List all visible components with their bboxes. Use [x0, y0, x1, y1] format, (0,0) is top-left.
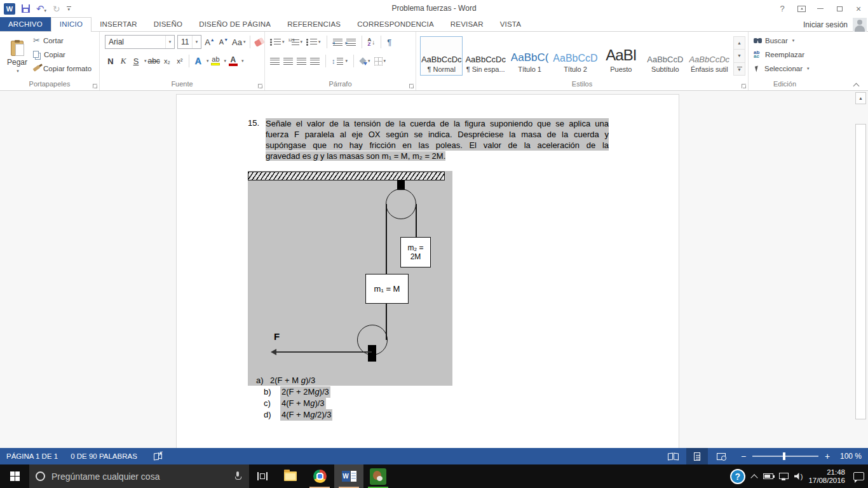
font-color-button[interactable]: A	[227, 54, 239, 68]
align-left-button[interactable]	[270, 58, 280, 65]
replace-button[interactable]: abacReemplazar	[754, 50, 810, 60]
chrome-button[interactable]	[305, 464, 334, 488]
line-spacing-button[interactable]: ↕▾	[332, 57, 348, 65]
justify-button[interactable]	[310, 58, 320, 65]
avatar[interactable]	[853, 18, 867, 32]
tab-revisar[interactable]: REVISAR	[442, 17, 492, 31]
dialog-launcher-icon[interactable]	[409, 84, 414, 88]
microphone-icon[interactable]	[235, 471, 240, 481]
task-view-button[interactable]	[249, 464, 276, 488]
volume-icon[interactable]: )	[794, 473, 803, 480]
zoom-slider-thumb[interactable]	[783, 452, 785, 460]
tab-vista[interactable]: VISTA	[492, 17, 529, 31]
cortana-search[interactable]: Pregúntame cualquier cosa	[29, 464, 249, 488]
word-count[interactable]: 0 DE 90 PALABRAS	[64, 448, 144, 464]
text-effects-button[interactable]: A	[193, 54, 204, 68]
shrink-font-button[interactable]: A▼	[218, 35, 229, 49]
italic-button[interactable]: K	[118, 54, 129, 68]
document-page[interactable]: 15. Señale el valor de la tensión de la …	[176, 94, 679, 448]
style-normal[interactable]: AaBbCcDc¶ Normal	[420, 36, 463, 76]
sign-in[interactable]: Iniciar sesión	[803, 17, 868, 32]
tab-referencias[interactable]: REFERENCIAS	[279, 17, 349, 31]
minimize-button[interactable]	[811, 0, 830, 17]
dialog-launcher-icon[interactable]	[258, 84, 262, 88]
paste-button[interactable]: Pegar ▾	[4, 34, 31, 80]
style-subtítulo[interactable]: AaBbCcDSubtítulo	[644, 36, 686, 76]
numbering-button[interactable]: 123▾	[288, 39, 303, 46]
word-taskbar-button[interactable]: W	[334, 464, 363, 488]
subscript-button[interactable]: x₂	[161, 54, 173, 68]
vertical-scrollbar[interactable]: ▲	[855, 92, 866, 448]
change-case-button[interactable]: Aa▾	[232, 35, 245, 49]
decrease-indent-button[interactable]: ◂	[333, 39, 342, 46]
tab-inicio[interactable]: INICIO	[51, 17, 92, 32]
grow-font-button[interactable]: A▲	[204, 35, 215, 49]
font-size-combo[interactable]: 11▾	[177, 35, 201, 49]
style-énfasis-sutil[interactable]: AaBbCcDcÉnfasis sutil	[688, 36, 731, 76]
undo-button[interactable]: ↶▾	[36, 4, 46, 14]
bold-button[interactable]: N	[105, 54, 116, 68]
save-icon[interactable]	[22, 4, 30, 13]
style-sin-espa[interactable]: AaBbCcDc¶ Sin espa...	[464, 36, 506, 76]
proofing-status[interactable]	[144, 448, 170, 464]
shading-button[interactable]: ▾	[360, 58, 370, 65]
customize-qat-button[interactable]: ▾	[67, 6, 71, 11]
style-título-2[interactable]: AaBbCcDTítulo 2	[552, 36, 598, 76]
start-button[interactable]	[0, 464, 29, 488]
tab-correspondencia[interactable]: CORRESPONDENCIA	[349, 17, 442, 31]
tab-diseño[interactable]: DISEÑO	[146, 17, 191, 31]
gallery-more-button[interactable]: ▼	[734, 63, 745, 75]
tray-expand-icon[interactable]	[751, 473, 757, 480]
align-center-button[interactable]	[283, 58, 293, 65]
dialog-launcher-icon[interactable]	[93, 84, 97, 88]
strikethrough-button[interactable]: abc	[148, 54, 160, 68]
dialog-launcher-icon[interactable]	[742, 84, 746, 88]
collapse-ribbon-button[interactable]	[853, 82, 859, 88]
multilevel-list-button[interactable]: ▾	[306, 39, 321, 46]
gallery-scroll-down-button[interactable]: ▼	[734, 50, 745, 62]
align-right-button[interactable]	[297, 58, 306, 65]
style-puesto[interactable]: AaBIPuesto	[600, 36, 642, 76]
find-button[interactable]: Buscar▾	[754, 36, 810, 46]
print-layout-button[interactable]	[686, 448, 708, 464]
font-name-combo[interactable]: Arial▾	[105, 35, 175, 49]
bullets-button[interactable]: ▾	[270, 39, 285, 46]
cut-button[interactable]: ✂Cortar	[33, 35, 92, 46]
restore-button[interactable]	[830, 0, 849, 17]
action-center-icon[interactable]	[853, 472, 864, 480]
underline-button[interactable]: S	[130, 54, 142, 68]
format-painter-button[interactable]: Copiar formato	[33, 63, 92, 74]
web-layout-button[interactable]	[710, 448, 732, 464]
page-count[interactable]: PÁGINA 1 DE 1	[0, 448, 64, 464]
clear-formatting-button[interactable]	[254, 37, 265, 47]
close-button[interactable]: ×	[849, 0, 868, 17]
borders-button[interactable]: ▾	[374, 57, 386, 65]
tab-insertar[interactable]: INSERTAR	[92, 17, 146, 31]
zoom-in-button[interactable]: +	[824, 451, 831, 461]
emule-button[interactable]	[363, 464, 393, 488]
redo-icon[interactable]: ↻	[53, 4, 60, 13]
file-explorer-button[interactable]	[276, 464, 305, 488]
battery-icon[interactable]	[763, 473, 773, 479]
help-button[interactable]: ?	[773, 0, 792, 17]
copy-button[interactable]: Copiar	[33, 49, 92, 60]
scrollbar-thumb[interactable]	[855, 124, 866, 419]
superscript-button[interactable]: x²	[174, 54, 186, 68]
sort-button[interactable]: AZ↓	[368, 37, 376, 46]
figure-canvas[interactable]: m₂ = 2M m₁ = M F	[248, 171, 452, 386]
gallery-scroll-up-button[interactable]: ▲	[734, 37, 745, 50]
highlight-color-button[interactable]: ab	[210, 54, 221, 68]
select-button[interactable]: Seleccionar▾	[754, 64, 810, 74]
tab-diseño-de-página[interactable]: DISEÑO DE PÁGINA	[191, 17, 279, 31]
style-título-1[interactable]: AaBbC(Título 1	[508, 36, 551, 76]
zoom-out-button[interactable]: −	[740, 451, 747, 461]
increase-indent-button[interactable]: ▸	[346, 39, 356, 46]
zoom-slider[interactable]	[752, 456, 818, 457]
help-tray-icon[interactable]: ?	[730, 469, 745, 484]
word-app-icon[interactable]: W	[4, 3, 15, 15]
show-marks-button[interactable]: ¶	[387, 37, 391, 47]
network-icon[interactable]	[779, 473, 789, 480]
scroll-up-button[interactable]: ▲	[855, 92, 866, 104]
tab-archivo[interactable]: ARCHIVO	[0, 17, 51, 31]
read-mode-button[interactable]	[662, 448, 684, 464]
